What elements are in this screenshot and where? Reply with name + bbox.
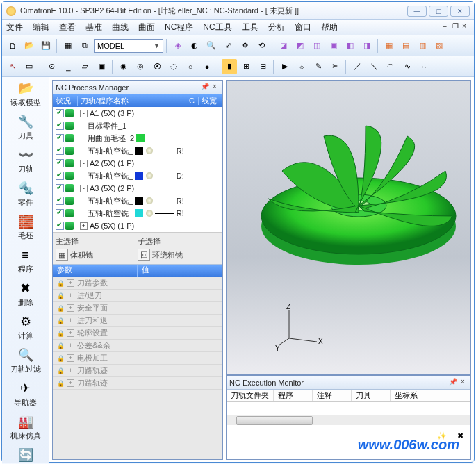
sidebar-item-1[interactable]: 🔧刀具 <box>5 113 47 141</box>
tree-hdr-width[interactable]: 线宽 <box>199 96 222 106</box>
process-tree[interactable]: 状况 刀轨/程序名称 C 线宽 -A1 (5X) (3 P)目标零件_1用曲面毛… <box>53 94 222 233</box>
misc2-button[interactable]: ✎ <box>311 59 326 74</box>
save-button[interactable]: 💾 <box>38 38 54 53</box>
sidebar-item-2[interactable]: 〰️刀轨 <box>5 147 47 174</box>
expand-icon[interactable]: - <box>80 185 88 192</box>
tree-row[interactable]: 用曲面毛坯_2 <box>53 132 222 144</box>
checkbox-icon[interactable] <box>56 222 64 230</box>
param-row[interactable]: 🔒+刀路参数 <box>53 277 222 290</box>
tree-row[interactable]: 五轴-航空铣_R! <box>53 194 222 207</box>
expand-icon[interactable]: + <box>67 304 74 312</box>
model-combo[interactable]: MODEL ▼ <box>94 39 163 53</box>
exec-col-program[interactable]: 程序 <box>274 390 313 401</box>
menu-datum[interactable]: 基准 <box>85 22 102 33</box>
checkbox-icon[interactable] <box>56 184 64 192</box>
zoom-fit-button[interactable]: ⤢ <box>220 38 236 53</box>
checkbox-icon[interactable] <box>56 122 64 130</box>
pan-button[interactable]: ✥ <box>237 38 252 53</box>
menu-view[interactable]: 查看 <box>59 22 76 33</box>
bulb-icon[interactable] <box>146 147 153 154</box>
menu-analyze[interactable]: 分析 <box>268 22 285 33</box>
close-panel-icon[interactable]: × <box>458 378 468 388</box>
line2-button[interactable]: ＼ <box>366 59 381 74</box>
exec-col-tool[interactable]: 刀具 <box>352 390 391 401</box>
menu-ncprogram[interactable]: NC程序 <box>165 22 193 33</box>
tree-hdr-name[interactable]: 刀轨/程序名称 <box>78 96 186 106</box>
mdi-close-icon[interactable]: × <box>462 22 470 30</box>
box1-button[interactable]: ▦ <box>381 38 397 53</box>
pick-point-button[interactable]: ⊙ <box>44 59 59 74</box>
menu-surface[interactable]: 曲面 <box>138 22 155 33</box>
tree-row[interactable]: -A2 (5X) (1 P) <box>53 157 222 169</box>
checkbox-icon[interactable] <box>56 159 64 167</box>
play-button[interactable]: ▶ <box>277 59 293 74</box>
pin-icon[interactable]: 📌 <box>200 83 210 92</box>
pick-body-button[interactable]: ▣ <box>94 59 109 74</box>
dim-button[interactable]: ↔ <box>416 59 432 74</box>
param-row[interactable]: 🔒+进刀和退 <box>53 315 222 327</box>
param-row[interactable]: 🔒+安全平面 <box>53 302 222 315</box>
line1-button[interactable]: ／ <box>350 59 365 74</box>
filter1-button[interactable]: ◉ <box>116 59 131 74</box>
expand-icon[interactable]: + <box>67 379 74 387</box>
filter6-button[interactable]: ● <box>199 59 215 74</box>
filter2-button[interactable]: ◎ <box>133 59 148 74</box>
expand-icon[interactable]: + <box>67 292 74 299</box>
view-shade-button[interactable]: ◐ <box>187 38 202 53</box>
cube5-button[interactable]: ◧ <box>343 38 358 53</box>
cube1-button[interactable]: ◪ <box>276 38 291 53</box>
expand-icon[interactable]: + <box>67 354 74 362</box>
sidebar-item-11[interactable]: 🔄剩余毛坯 <box>5 447 47 463</box>
param-row[interactable]: 🔒+公差&&余 <box>53 340 222 352</box>
snap2-button[interactable]: ⊟ <box>255 59 270 74</box>
expand-icon[interactable]: - <box>80 110 88 117</box>
menu-nctool[interactable]: NC工具 <box>203 22 231 33</box>
params-hdr-name[interactable]: 参数 <box>53 265 138 277</box>
box3-button[interactable]: ▥ <box>415 38 430 53</box>
box4-button[interactable]: ▧ <box>432 38 447 53</box>
sidebar-item-5[interactable]: ≡程序 <box>5 247 47 274</box>
tree-row[interactable]: 五轴-航空铣_R! <box>53 144 222 157</box>
expand-icon[interactable]: + <box>67 279 74 287</box>
bulb-icon[interactable] <box>146 197 153 204</box>
pick-edge-button[interactable]: ⎯ <box>60 59 76 74</box>
open-button[interactable]: 📂 <box>22 38 37 53</box>
tree-row[interactable]: -A3 (5X) (2 P) <box>53 182 222 194</box>
exec-hscroll[interactable] <box>227 415 470 425</box>
new-button[interactable]: 🗋 <box>5 38 20 53</box>
tree-row[interactable]: 五轴-航空铣_D: <box>53 169 222 182</box>
box2-button[interactable]: ▤ <box>398 38 413 53</box>
menu-window[interactable]: 窗口 <box>295 22 311 33</box>
arc-button[interactable]: ◠ <box>383 59 398 74</box>
maximize-button[interactable]: ▢ <box>429 6 448 17</box>
misc3-button[interactable]: ✂ <box>327 59 343 74</box>
spline-button[interactable]: ∿ <box>400 59 415 74</box>
filter3-button[interactable]: ⦿ <box>149 59 165 74</box>
sidebar-item-10[interactable]: 🏭机床仿真 <box>5 413 47 441</box>
sel-arrow-button[interactable]: ↖ <box>5 59 20 74</box>
exec-col-note[interactable]: 注释 <box>313 390 352 401</box>
misc1-button[interactable]: ⟐ <box>294 59 309 74</box>
checkbox-icon[interactable] <box>56 134 64 142</box>
menu-edit[interactable]: 编辑 <box>33 22 49 33</box>
bulb-icon[interactable] <box>146 172 153 179</box>
sub-sel-icon[interactable]: 回 <box>138 249 150 261</box>
close-button[interactable]: ✕ <box>450 6 470 17</box>
tree-hdr-status[interactable]: 状况 <box>53 96 78 106</box>
expand-icon[interactable]: + <box>67 317 74 324</box>
checkbox-icon[interactable] <box>56 209 64 217</box>
pick-face-button[interactable]: ▱ <box>77 59 92 74</box>
expand-icon[interactable]: + <box>67 367 74 374</box>
bulb-icon[interactable] <box>146 210 153 217</box>
sidebar-item-9[interactable]: ✈导航器 <box>5 380 47 408</box>
param-row[interactable]: 🔒+轮廓设置 <box>53 327 222 340</box>
close-panel-icon[interactable]: × <box>210 83 220 92</box>
param-row[interactable]: 🔒+刀路轨迹 <box>53 377 222 390</box>
zoom-button[interactable]: 🔍 <box>204 38 219 53</box>
menu-help[interactable]: 帮助 <box>321 22 338 33</box>
checkbox-icon[interactable] <box>56 147 64 155</box>
sidebar-item-8[interactable]: 🔍刀轨过滤 <box>5 347 47 374</box>
exec-col-folder[interactable]: 刀轨文件夹 <box>227 390 274 401</box>
tree-row[interactable]: 五轴-航空铣_R! <box>53 207 222 219</box>
sidebar-item-3[interactable]: 🔩零件 <box>5 180 47 208</box>
